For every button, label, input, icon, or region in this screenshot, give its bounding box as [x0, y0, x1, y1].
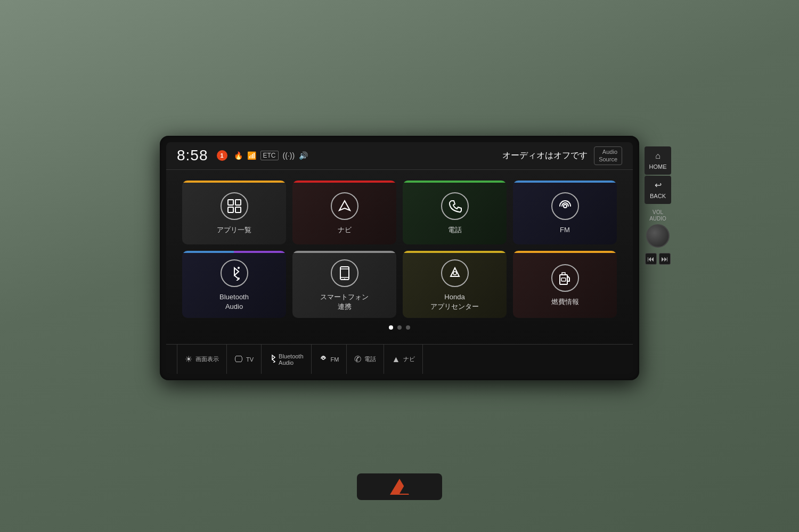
- warning-icon: 🔥: [234, 151, 243, 160]
- etc-label: ETC: [260, 151, 279, 160]
- speaker-icon: 🔊: [299, 151, 308, 160]
- home-icon: ⌂: [647, 151, 669, 162]
- svg-point-16: [322, 357, 324, 359]
- app-grid: アプリ一覧 ナビ 電話 FM BluetoothAudio スマートフォン連携 …: [182, 181, 617, 318]
- bottom-label-display: 画面表示: [195, 355, 219, 363]
- app-label-phone: 電話: [448, 225, 462, 235]
- home-button[interactable]: ⌂ HOME: [645, 146, 671, 175]
- back-button[interactable]: ↩ BACK: [645, 176, 671, 204]
- bottom-icon-bt-audio: [269, 354, 275, 365]
- volume-knob[interactable]: [646, 224, 670, 248]
- bottom-item-phone-bottom[interactable]: ✆電話: [347, 345, 384, 374]
- svg-point-13: [453, 272, 456, 275]
- svg-rect-14: [560, 275, 567, 284]
- bottom-item-navi-bottom[interactable]: ▲ナビ: [384, 345, 423, 374]
- app-tile-phone[interactable]: 電話: [403, 181, 507, 244]
- app-icon-smartphone: [331, 259, 358, 287]
- app-label-smartphone: スマートフォン連携: [320, 292, 369, 312]
- app-tile-smartphone[interactable]: スマートフォン連携: [292, 251, 396, 318]
- bottom-label-bt-audio: BluetoothAudio: [279, 353, 303, 366]
- app-label-app-list: アプリ一覧: [217, 225, 251, 235]
- svg-rect-2: [228, 207, 233, 212]
- svg-rect-15: [561, 278, 566, 281]
- notification-badge: 1: [217, 150, 227, 161]
- hazard-triangle-icon: [390, 479, 409, 495]
- dot-1[interactable]: [389, 325, 393, 330]
- bottom-item-bt-audio[interactable]: BluetoothAudio: [262, 345, 311, 374]
- svg-rect-0: [228, 200, 233, 205]
- svg-point-6: [238, 267, 240, 269]
- infotainment-screen-container: 8:58 1 🔥 📶 ETC ((·)) 🔊 オーディオはオフです: [160, 136, 639, 380]
- back-icon: ↩: [647, 180, 669, 191]
- svg-marker-4: [339, 201, 350, 210]
- app-icon-app-list: [221, 192, 248, 220]
- app-icon-fuel: [551, 264, 579, 292]
- status-icons: 🔥 📶 ETC ((·)) 🔊: [234, 151, 496, 160]
- status-bar: 8:58 1 🔥 📶 ETC ((·)) 🔊 オーディオはオフです: [166, 142, 633, 170]
- svg-point-11: [344, 279, 345, 280]
- volume-control: VOLAUDIO: [646, 209, 670, 248]
- bottom-label-fm-bottom: FM: [331, 356, 339, 363]
- pagination-dots: [182, 325, 617, 330]
- app-tile-bluetooth-audio[interactable]: BluetoothAudio: [182, 251, 286, 318]
- app-tile-app-list[interactable]: アプリ一覧: [182, 181, 286, 244]
- bottom-label-navi-bottom: ナビ: [403, 355, 415, 363]
- side-buttons: ⌂ HOME ↩ BACK VOLAUDIO ⏮ ⏭: [642, 136, 673, 380]
- next-page-chevron[interactable]: ›: [632, 249, 633, 266]
- radio-icon: ((·)): [283, 151, 295, 160]
- svg-rect-1: [235, 200, 241, 205]
- app-label-navi: ナビ: [338, 225, 352, 235]
- dot-3[interactable]: [406, 325, 410, 330]
- hazard-button[interactable]: [357, 473, 442, 500]
- svg-point-5: [564, 204, 567, 208]
- bottom-item-fm-bottom[interactable]: FM: [312, 345, 347, 374]
- app-tile-fuel[interactable]: 燃費情報: [513, 251, 617, 318]
- hazard-inner: [399, 485, 410, 494]
- bottom-item-display[interactable]: ☀画面表示: [177, 345, 227, 374]
- bottom-label-phone-bottom: 電話: [364, 355, 376, 363]
- dot-2[interactable]: [397, 325, 402, 330]
- bottom-icon-navi-bottom: ▲: [392, 355, 400, 364]
- skip-prev-button[interactable]: ⏮: [645, 253, 657, 265]
- app-label-honda-app: Hondaアプリセンター: [430, 292, 479, 312]
- app-icon-bluetooth-audio: [221, 259, 248, 287]
- svg-rect-3: [235, 207, 241, 212]
- screen-bezel: 8:58 1 🔥 📶 ETC ((·)) 🔊 オーディオはオフです: [160, 136, 639, 380]
- dashboard-background: 8:58 1 🔥 📶 ETC ((·)) 🔊 オーディオはオフです: [0, 0, 799, 532]
- skip-next-button[interactable]: ⏭: [659, 253, 671, 265]
- time-display: 8:58: [177, 147, 208, 164]
- app-label-fm: FM: [560, 225, 570, 235]
- app-icon-phone: [441, 192, 469, 220]
- bottom-icon-phone-bottom: ✆: [354, 354, 361, 364]
- signal-icon: 📶: [247, 151, 256, 160]
- app-icon-honda-app: [441, 259, 469, 287]
- app-icon-fm: [551, 192, 579, 220]
- app-label-fuel: 燃費情報: [551, 297, 579, 307]
- app-tile-fm[interactable]: FM: [513, 181, 617, 244]
- vol-label: VOLAUDIO: [649, 209, 666, 222]
- app-icon-navi: [331, 192, 358, 220]
- audio-status-text: オーディオはオフです: [502, 150, 588, 161]
- app-label-bluetooth-audio: BluetoothAudio: [219, 292, 249, 312]
- audio-source-button[interactable]: AudioSource: [594, 146, 622, 165]
- skip-buttons: ⏮ ⏭: [645, 253, 671, 265]
- bottom-label-tv: TV: [246, 356, 254, 363]
- svg-point-7: [238, 277, 240, 280]
- bottom-icon-tv: 🖵: [234, 355, 243, 364]
- main-content: アプリ一覧 ナビ 電話 FM BluetoothAudio スマートフォン連携 …: [166, 170, 633, 344]
- app-tile-navi[interactable]: ナビ: [292, 181, 396, 244]
- app-tile-honda-app[interactable]: Hondaアプリセンター: [403, 251, 507, 318]
- screen: 8:58 1 🔥 📶 ETC ((·)) 🔊 オーディオはオフです: [166, 142, 633, 374]
- bottom-item-tv[interactable]: 🖵TV: [227, 345, 262, 374]
- bottom-icon-fm-bottom: [319, 354, 328, 365]
- bottom-icon-display: ☀: [185, 354, 192, 364]
- bottom-bar: ☀画面表示🖵TVBluetoothAudioFM✆電話▲ナビ: [166, 344, 633, 374]
